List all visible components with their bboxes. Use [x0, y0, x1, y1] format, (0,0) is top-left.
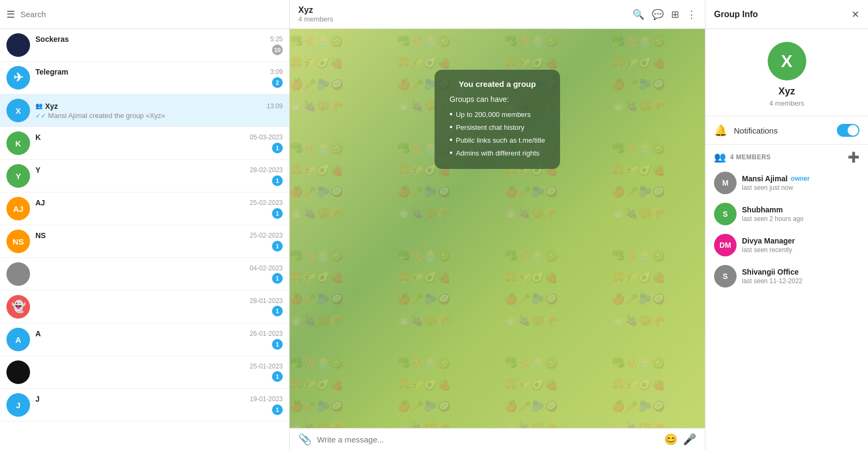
chat-name: Telegram — [35, 68, 68, 76]
chat-name: A — [35, 329, 41, 338]
message-input[interactable] — [317, 435, 659, 444]
badge-row: 1 — [35, 371, 283, 382]
member-item[interactable]: MMansi Ajimalownerlast seen just now — [705, 167, 868, 198]
chat-item[interactable]: YY28-02-20231 — [0, 160, 289, 193]
member-info: Shivangii Officelast seen 11-12-2022 — [742, 268, 859, 285]
bell-icon: 🔔 — [714, 124, 727, 137]
notifications-toggle[interactable] — [837, 124, 859, 137]
member-status: last seen recently — [742, 246, 859, 254]
group-info-content: X Xyz 4 members 🔔 Notifications 👥 4 MEMB… — [705, 29, 868, 450]
chat-preview: ✓✓ Mansi Ajimal created the group «Xyz» — [35, 112, 283, 120]
group-created-subtitle: Groups can have: — [450, 95, 545, 104]
emoji-icon[interactable]: 😊 — [664, 433, 678, 446]
chat-item[interactable]: ✈Telegram3:092 — [0, 62, 289, 94]
chat-time: 25-01-2023 — [250, 363, 283, 370]
microphone-icon[interactable]: 🎤 — [683, 433, 696, 446]
group-name: Xyz — [778, 86, 795, 97]
unread-badge: 1 — [272, 371, 283, 382]
badge-row: 1 — [35, 306, 283, 316]
chat-item[interactable]: NSNS25-02-20231 — [0, 225, 289, 258]
add-member-icon[interactable]: ➕ — [848, 151, 859, 163]
chat-item[interactable]: AJAJ25-02-20231 — [0, 193, 289, 225]
avatar: K — [6, 131, 30, 155]
avatar — [6, 262, 30, 286]
notifications-label: Notifications — [734, 126, 830, 135]
members-label: 4 MEMBERS — [730, 153, 771, 161]
owner-label: owner — [791, 175, 810, 182]
search-icon[interactable]: 🔍 — [632, 9, 644, 20]
columns-icon[interactable]: ⊞ — [671, 9, 679, 20]
chat-item[interactable]: 25-01-20231 — [0, 356, 289, 389]
members-section: 👥 4 MEMBERS ➕ MMansi Ajimalownerlast see… — [705, 145, 868, 296]
badge-row: 1 — [35, 241, 283, 252]
unread-badge: 1 — [272, 339, 283, 350]
avatar: J — [6, 393, 30, 417]
chat-item[interactable]: X👥 Xyz13:09✓✓ Mansi Ajimal created the g… — [0, 94, 289, 127]
chat-item[interactable]: Sockeras5:2510 — [0, 29, 289, 62]
chat-header-icons: 🔍 💬 ⊞ ⋮ — [632, 9, 696, 20]
group-members-count: 4 members — [769, 99, 804, 107]
chat-content: K05-03-20231 — [35, 133, 283, 153]
more-options-icon[interactable]: ⋮ — [687, 9, 696, 20]
sidebar: ☰ Sockeras5:2510✈Telegram3:092X👥 Xyz13:0… — [0, 0, 290, 450]
avatar: X — [6, 99, 30, 122]
group-feature-item: Public links such as t.me/title — [450, 134, 545, 146]
member-item[interactable]: SShivangii Officelast seen 11-12-2022 — [705, 261, 868, 292]
chat-content: Telegram3:092 — [35, 68, 283, 88]
badge-row: 1 — [35, 143, 283, 153]
close-icon[interactable]: ✕ — [851, 9, 859, 20]
group-info-header: Group Info ✕ — [705, 0, 868, 29]
chat-item[interactable]: 👻28-01-20231 — [0, 291, 289, 323]
avatar: A — [6, 328, 30, 351]
badge-row: 10 — [35, 45, 283, 55]
unread-badge: 1 — [272, 143, 283, 153]
search-input[interactable] — [20, 10, 283, 19]
chat-item[interactable]: AA26-01-20231 — [0, 323, 289, 356]
badge-row: 1 — [35, 273, 283, 284]
chat-time: 25-02-2023 — [250, 232, 283, 239]
member-info: Mansi Ajimalownerlast seen just now — [742, 174, 859, 191]
chat-content: 28-01-20231 — [35, 297, 283, 316]
attach-icon[interactable]: 📎 — [298, 433, 312, 446]
group-feature-item: Persistent chat history — [450, 121, 545, 134]
members-list: MMansi Ajimalownerlast seen just nowSShu… — [705, 167, 868, 292]
chat-content: Y28-02-20231 — [35, 166, 283, 186]
unread-badge: 1 — [272, 208, 283, 219]
member-item[interactable]: SShubhammlast seen 2 hours ago — [705, 198, 868, 230]
chat-item[interactable]: 04-02-20231 — [0, 258, 289, 291]
member-name: Shubhamm — [742, 205, 859, 214]
member-name: Mansi Ajimalowner — [742, 174, 859, 183]
comments-icon[interactable]: 💬 — [652, 9, 664, 20]
chat-header: Xyz 4 members 🔍 💬 ⊞ ⋮ — [290, 0, 705, 29]
badge-row: 1 — [35, 339, 283, 350]
chat-time: 05-03-2023 — [250, 134, 283, 141]
chat-content: NS25-02-20231 — [35, 231, 283, 252]
members-title-row: 👥 4 MEMBERS — [714, 151, 771, 163]
group-info-panel: Group Info ✕ X Xyz 4 members 🔔 Notificat… — [705, 0, 868, 450]
unread-badge: 1 — [272, 306, 283, 316]
chat-time: 5:25 — [270, 35, 283, 43]
member-info: Shubhammlast seen 2 hours ago — [742, 205, 859, 223]
chat-time: 25-02-2023 — [250, 199, 283, 206]
chat-content: J19-01-20231 — [35, 395, 283, 415]
member-avatar: M — [714, 172, 737, 194]
chat-item[interactable]: JJ19-01-20231 — [0, 389, 289, 422]
member-avatar: S — [714, 203, 737, 225]
chat-content: 25-01-20231 — [35, 363, 283, 382]
unread-badge: 1 — [272, 175, 283, 186]
chat-time: 19-01-2023 — [250, 395, 283, 403]
chat-name: K — [35, 133, 41, 142]
hamburger-icon[interactable]: ☰ — [6, 9, 15, 20]
unread-badge: 1 — [272, 241, 283, 252]
avatar: Y — [6, 164, 30, 188]
badge-row: 1 — [35, 208, 283, 219]
chat-item[interactable]: KK05-03-20231 — [0, 127, 289, 160]
member-avatar: DM — [714, 234, 737, 256]
chat-content: AJ25-02-20231 — [35, 198, 283, 219]
member-item[interactable]: DMDivya Managerlast seen recently — [705, 230, 868, 261]
avatar: 👻 — [6, 295, 30, 319]
unread-badge: 2 — [272, 77, 283, 88]
chat-time: 3:09 — [270, 68, 283, 76]
member-avatar: S — [714, 265, 737, 287]
chat-title: Xyz — [298, 5, 627, 15]
